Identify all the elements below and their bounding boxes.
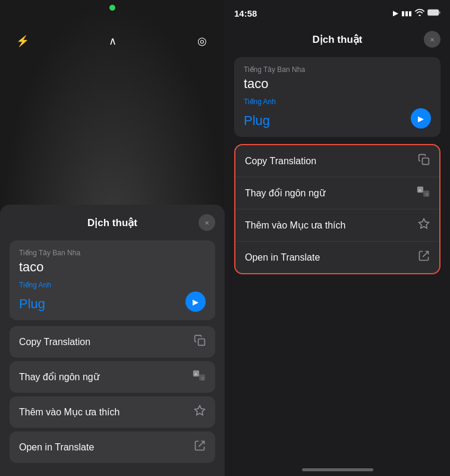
menu-item-open-left[interactable]: Open in Translate <box>10 431 215 463</box>
status-bar-right: 14:58 ▶ ▮▮▮ <box>225 0 450 26</box>
open-icon-left <box>194 440 206 455</box>
menu-item-favorites-label-right: Thêm vào Mục ưa thích <box>245 220 345 231</box>
right-modal-header: Dịch thuật × <box>234 26 440 57</box>
signal-icon: ▮▮▮ <box>401 10 412 17</box>
svg-rect-6 <box>428 10 439 15</box>
flash-icon[interactable]: ⚡ <box>12 30 33 52</box>
menu-item-copy-right[interactable]: Copy Translation <box>235 145 439 177</box>
translated-word-right: Plug <box>244 113 270 129</box>
right-translation-modal: Dịch thuật × Tiếng Tây Ban Nha taco Tiến… <box>225 26 450 456</box>
translate-icon-left: A 文 <box>193 369 206 384</box>
bottom-home-indicator <box>225 456 450 476</box>
modal-header: Dịch thuật × <box>10 214 215 231</box>
menu-item-open-right[interactable]: Open in Translate <box>235 242 439 273</box>
play-button-left[interactable]: ▶ <box>185 292 206 312</box>
green-dot-indicator <box>109 5 115 11</box>
menu-item-copy-label-left: Copy Translation <box>19 337 90 347</box>
source-word-right: taco <box>244 76 431 92</box>
translated-word-left: Plug <box>19 296 45 312</box>
eye-off-icon[interactable]: ◎ <box>191 30 213 52</box>
location-icon: ▶ <box>393 9 398 17</box>
copy-icon-left <box>194 334 206 349</box>
svg-marker-13 <box>419 219 429 228</box>
menu-item-change-lang-label-right: Thay đổi ngôn ngữ <box>245 187 325 199</box>
modal-title-right: Dịch thuật <box>251 33 424 46</box>
right-panel: 14:58 ▶ ▮▮▮ Dịch thuật × <box>225 0 450 476</box>
modal-title-left: Dịch thuật <box>26 217 199 229</box>
chevron-up-icon[interactable]: ∧ <box>102 30 123 52</box>
target-lang-right: Tiếng Anh <box>244 98 431 106</box>
translate-icon-right: A 文 <box>417 186 430 201</box>
open-icon-right <box>418 250 430 265</box>
svg-marker-5 <box>195 406 205 415</box>
source-lang-left: Tiếng Tây Ban Nha <box>19 249 206 257</box>
play-button-right[interactable]: ▶ <box>411 108 431 129</box>
menu-item-change-lang-left[interactable]: Thay đổi ngôn ngữ A 文 <box>10 361 215 393</box>
copy-icon-right <box>418 154 430 168</box>
star-icon-right <box>418 218 430 233</box>
menu-list-right: Copy Translation Thay đổi ngôn ngữ A 文 <box>234 144 440 274</box>
translation-card-right: Tiếng Tây Ban Nha taco Tiếng Anh Plug ▶ <box>234 57 440 137</box>
svg-text:A: A <box>418 189 421 192</box>
translation-card-left: Tiếng Tây Ban Nha taco Tiếng Anh Plug ▶ <box>10 240 215 320</box>
menu-item-change-lang-label-left: Thay đổi ngôn ngữ <box>19 371 99 383</box>
menu-item-open-label-left: Open in Translate <box>19 442 94 453</box>
svg-text:A: A <box>194 372 197 376</box>
home-bar <box>302 468 373 471</box>
status-icons: ▶ ▮▮▮ <box>393 9 440 18</box>
left-panel: ⚡ ∧ ◎ Dịch thuật × Tiếng Tây Ban Nha tac… <box>0 0 225 476</box>
target-lang-left: Tiếng Anh <box>19 281 206 289</box>
svg-text:文: 文 <box>425 192 429 196</box>
menu-item-favorites-left[interactable]: Thêm vào Mục ưa thích <box>10 396 215 428</box>
menu-item-change-lang-right[interactable]: Thay đổi ngôn ngữ A 文 <box>235 177 439 209</box>
menu-list-left: Copy Translation Thay đổi ngôn ngữ A 文 <box>10 326 215 463</box>
source-word-left: taco <box>19 259 206 275</box>
menu-item-favorites-right[interactable]: Thêm vào Mục ưa thích <box>235 209 439 242</box>
wifi-icon <box>415 9 424 18</box>
battery-icon <box>427 9 440 17</box>
close-button-left[interactable]: × <box>199 214 215 231</box>
menu-item-copy-left[interactable]: Copy Translation <box>10 326 215 358</box>
star-icon-left <box>194 405 206 419</box>
left-translation-modal: Dịch thuật × Tiếng Tây Ban Nha taco Tiến… <box>0 205 225 476</box>
svg-text:文: 文 <box>201 376 204 380</box>
status-time: 14:58 <box>234 8 257 18</box>
source-lang-right: Tiếng Tây Ban Nha <box>244 65 431 74</box>
menu-item-favorites-label-left: Thêm vào Mục ưa thích <box>19 406 119 418</box>
svg-rect-8 <box>423 158 429 165</box>
menu-item-copy-label-right: Copy Translation <box>245 156 316 167</box>
menu-item-open-label-right: Open in Translate <box>245 252 320 263</box>
top-controls: ⚡ ∧ ◎ <box>0 26 225 56</box>
svg-rect-0 <box>199 339 205 346</box>
close-button-right[interactable]: × <box>424 31 440 48</box>
svg-rect-7 <box>439 11 440 14</box>
